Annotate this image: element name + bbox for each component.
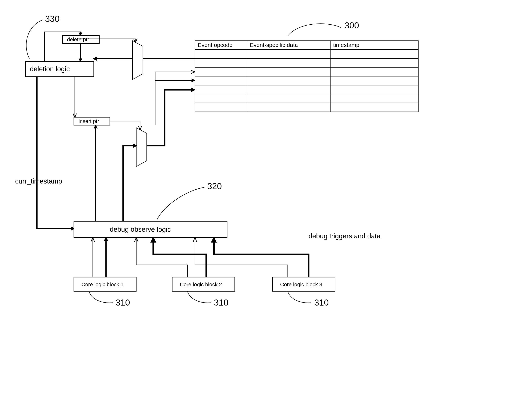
debug-architecture-diagram: Event opcode Event-specific data timesta… xyxy=(0,0,516,420)
ref-310-b: 310 xyxy=(214,298,228,308)
debug-observe-label: debug observe logic xyxy=(110,225,171,233)
core2-label: Core logic block 2 xyxy=(180,282,222,287)
core-logic-block-2: Core logic block 2 xyxy=(172,277,235,291)
debug-triggers-label: debug triggers and data xyxy=(309,232,381,240)
core-logic-block-3: Core logic block 3 xyxy=(273,277,335,291)
core1-label: Core logic block 1 xyxy=(81,282,124,287)
insert-ptr-label: insert ptr xyxy=(79,118,99,124)
ref-310-c: 310 xyxy=(314,298,329,308)
table-header-timestamp: timestamp xyxy=(333,42,359,48)
ref-300: 300 xyxy=(344,20,359,30)
deletion-logic-block: deletion logic xyxy=(26,61,94,77)
ref-330: 330 xyxy=(45,14,60,24)
table-header-opcode: Event opcode xyxy=(198,42,232,48)
deletion-logic-label: deletion logic xyxy=(30,65,70,73)
curr-timestamp-label: curr_timestamp xyxy=(15,177,62,185)
ref-310-a: 310 xyxy=(115,298,130,308)
core-logic-block-1: Core logic block 1 xyxy=(74,277,136,291)
core3-label: Core logic block 3 xyxy=(280,282,322,287)
table-header-data: Event-specific data xyxy=(250,42,298,48)
ref-320: 320 xyxy=(207,181,222,191)
delete-ptr-label: delete ptr xyxy=(67,37,89,42)
debug-observe-logic: debug observe logic xyxy=(74,221,227,237)
event-table: Event opcode Event-specific data timesta… xyxy=(195,41,418,112)
